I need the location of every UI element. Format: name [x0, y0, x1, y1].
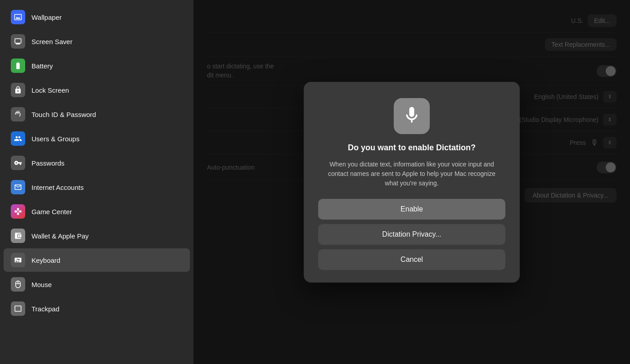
sidebar-label-internet: Internet Accounts [32, 184, 84, 191]
dictation-modal: Do you want to enable Dictation? When yo… [304, 82, 520, 283]
main-panel: U.S. Edit... Text Replacements... o star… [194, 0, 630, 364]
sidebar-item-gamecenter[interactable]: Game Center [4, 200, 190, 223]
sidebar-label-trackpad: Trackpad [32, 305, 59, 313]
sidebar-label-battery: Battery [32, 62, 53, 70]
keyboard-icon [11, 253, 25, 267]
touchid-icon [11, 107, 25, 121]
modal-icon-wrap [394, 98, 430, 134]
sidebar: Wallpaper Screen Saver Battery Lock Scre… [0, 0, 194, 364]
modal-buttons: Enable Dictation Privacy... Cancel [318, 199, 505, 270]
screensaver-icon [11, 34, 25, 49]
sidebar-label-wallpaper: Wallpaper [32, 13, 62, 21]
sidebar-label-lockscreen: Lock Screen [32, 86, 69, 94]
sidebar-label-screensaver: Screen Saver [32, 38, 72, 45]
sidebar-item-keyboard[interactable]: Keyboard [4, 248, 190, 272]
modal-overlay: Do you want to enable Dictation? When yo… [194, 0, 630, 364]
sidebar-item-touchid[interactable]: Touch ID & Password [4, 103, 190, 126]
wallet-icon [11, 229, 25, 243]
sidebar-item-mouse[interactable]: Mouse [4, 273, 190, 296]
sidebar-item-wallpaper[interactable]: Wallpaper [4, 5, 190, 29]
sidebar-label-touchid: Touch ID & Password [32, 111, 96, 118]
sidebar-item-internet[interactable]: Internet Accounts [4, 175, 190, 199]
sidebar-item-passwords[interactable]: Passwords [4, 151, 190, 175]
trackpad-icon [11, 301, 25, 316]
sidebar-label-keyboard: Keyboard [32, 256, 60, 264]
modal-title: Do you want to enable Dictation? [348, 143, 476, 153]
sidebar-item-lockscreen[interactable]: Lock Screen [4, 78, 190, 102]
sidebar-label-gamecenter: Game Center [32, 208, 72, 216]
sidebar-label-passwords: Passwords [32, 159, 64, 167]
internet-icon [11, 180, 25, 194]
sidebar-label-users: Users & Groups [32, 135, 80, 143]
cancel-button[interactable]: Cancel [318, 249, 505, 270]
sidebar-item-wallet[interactable]: Wallet & Apple Pay [4, 224, 190, 247]
modal-body: When you dictate text, information like … [326, 160, 497, 188]
lockscreen-icon [11, 83, 25, 97]
gamecenter-icon [11, 204, 25, 219]
privacy-button[interactable]: Dictation Privacy... [318, 224, 505, 245]
sidebar-label-wallet: Wallet & Apple Pay [32, 232, 89, 240]
users-icon [11, 131, 25, 146]
sidebar-item-users[interactable]: Users & Groups [4, 127, 190, 150]
battery-icon [11, 58, 25, 73]
microphone-icon [402, 105, 422, 127]
passwords-icon [11, 156, 25, 170]
enable-button[interactable]: Enable [318, 199, 505, 220]
sidebar-label-mouse: Mouse [32, 281, 52, 288]
sidebar-item-trackpad[interactable]: Trackpad [4, 297, 190, 320]
sidebar-item-screensaver[interactable]: Screen Saver [4, 30, 190, 53]
sidebar-item-battery[interactable]: Battery [4, 54, 190, 77]
mouse-icon [11, 277, 25, 292]
wallpaper-icon [11, 10, 25, 24]
